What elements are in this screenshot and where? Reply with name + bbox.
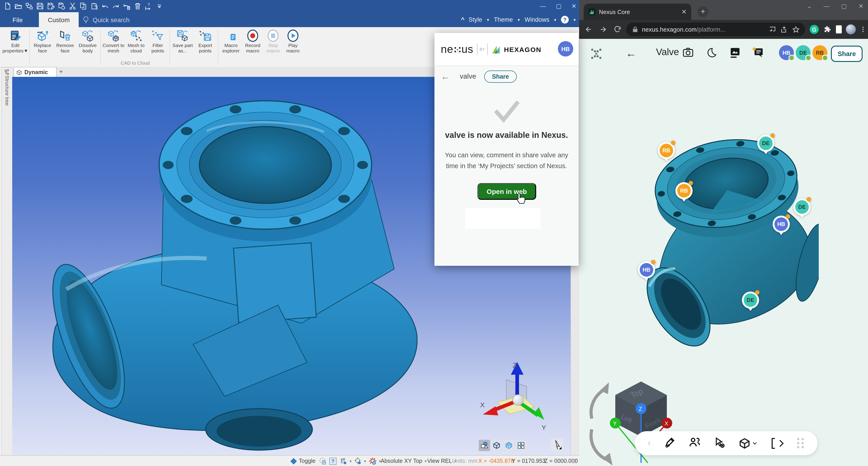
address-bar[interactable]: nexus.hexagon.com/platform... [626,23,805,36]
new-tab-button[interactable]: + [698,6,708,17]
browser-tab[interactable]: Nexus Core ✕ [584,4,691,20]
save-part-icon[interactable] [58,2,66,10]
open-in-web-button[interactable]: Open in web [477,183,536,200]
browser-close-button[interactable]: ✕ [859,3,864,9]
svg-text:Y: Y [541,424,546,431]
browser-reload-icon[interactable] [614,25,622,33]
wireframe-view-button[interactable] [503,440,515,451]
ribbon-button-edit-properties[interactable]: Edit properties▼ [3,27,28,60]
query-tooltip-icon[interactable]: ? [329,456,337,466]
save-icon[interactable] [36,2,44,10]
prev-chevron-icon[interactable]: ‹ [648,438,651,448]
measure-query-icon[interactable]: ? [145,2,152,10]
pointer-follow-icon[interactable] [714,436,725,450]
selection-tree-icon[interactable]: ▼ [340,456,352,466]
cube-icon [16,69,22,75]
draw-icon[interactable] [664,436,675,450]
cad-statusbar: Toggle ? ▼ ▼ ▼ Absolute XY Top▼ View REL… [0,455,579,466]
model-views-icon[interactable] [739,437,758,449]
new-document-icon[interactable] [4,2,11,10]
comment-pin-rb[interactable]: RB [658,142,675,162]
expand-panel-icon[interactable] [771,438,784,448]
ribbon-button-play-macro[interactable]: Play macro [283,27,303,60]
comment-pin-hb[interactable]: HB [773,216,790,236]
tab-custom[interactable]: Custom [39,12,79,27]
side-panel-icon[interactable] [836,25,842,33]
nexus-web-page: ← Valve HBDERB Share [579,39,868,466]
comment-pin-de[interactable]: DE [742,291,759,311]
axis-triad: Z X Y [480,361,546,431]
four-views-button[interactable] [515,440,527,451]
ribbon-collapse-chevron[interactable]: ^ [461,16,465,23]
ribbon-button-dissolve-body[interactable]: Dissolve body [76,27,99,60]
toggle-control[interactable]: Toggle [290,456,315,466]
quick-search[interactable]: Quick search [83,12,129,27]
nexus-logo: ne us BY HEXAGON [441,43,541,56]
menu-theme[interactable]: Theme [494,16,513,23]
extensions-puzzle-icon[interactable] [823,25,831,33]
snap-target-icon[interactable]: ▼ [354,456,367,466]
render-style-button[interactable] [479,440,490,451]
comment-pin-de[interactable]: DE [757,135,774,155]
browser-forward-icon[interactable] [599,25,607,33]
share-page-icon[interactable] [780,26,788,33]
ribbon-button-convert-to-mesh[interactable]: Convert to mesh [102,27,125,60]
browser-minimize-button[interactable]: — [824,3,830,9]
ribbon-button-save-part-as[interactable]: Save part as... [171,27,194,60]
browser-menu-icon[interactable] [860,26,867,33]
grammarly-extension-icon[interactable]: G [810,25,819,34]
collaborators-icon[interactable] [688,436,701,450]
cad-maximize-button[interactable]: ▢ [556,3,562,9]
success-check-icon [492,99,521,123]
undo-history-icon[interactable] [123,2,131,10]
drag-handle-icon[interactable] [797,438,804,448]
tab-dynamic[interactable]: Dynamic [13,67,57,77]
ribbon-group-label: CAD to Cloud [102,60,168,67]
ribbon-button-mesh-to-cloud[interactable]: Mesh to cloud [125,27,147,60]
copy-icon[interactable] [80,2,87,10]
ribbon-button-filter-points[interactable]: Filter points [147,27,168,60]
panel-share-button[interactable]: Share [484,70,517,83]
tab-search-icon[interactable]: ⌄ [807,3,812,9]
ribbon-button-record-macro[interactable]: Record macro [242,27,263,60]
install-app-icon[interactable] [769,26,776,33]
bookmark-star-icon[interactable] [792,26,800,33]
ribbon-button-remove-face[interactable]: Remove face [54,27,76,60]
ribbon-button-export-points[interactable]: Export points [194,27,217,60]
menu-style[interactable]: Style [469,16,482,23]
comment-pin-hb[interactable]: HB [638,261,655,281]
save-as-icon[interactable] [47,2,55,10]
projection-selector[interactable]: Absolute XY Top▼ [381,456,427,466]
paste-icon[interactable] [90,2,98,10]
tab-close-icon[interactable]: ✕ [682,8,687,15]
profile-avatar[interactable] [846,24,856,34]
comment-pin-de[interactable]: DE [794,198,811,218]
cad-close-button[interactable]: ✕ [571,3,577,9]
section-note-icon[interactable] [319,456,327,466]
browser-back-icon[interactable] [585,25,593,33]
resize-grip[interactable] [572,459,577,463]
open-folder-icon[interactable] [14,2,22,10]
cut-icon[interactable] [69,2,76,10]
solid-view-button[interactable] [491,440,502,451]
redo-icon[interactable] [112,2,120,10]
tab-file[interactable]: File [4,12,31,27]
browser-maximize-button[interactable]: ▢ [841,3,847,9]
help-button[interactable]: ? [561,16,569,24]
add-document-tab[interactable]: + [57,68,66,76]
undo-icon[interactable] [101,2,109,10]
user-avatar[interactable]: HB [558,41,573,57]
nexus-share-panel: ne us BY HEXAGON HB ← valve Share valve … [434,33,579,266]
cad-minimize-button[interactable]: — [540,3,546,9]
delete-icon[interactable] [134,2,142,10]
structure-tree-tab[interactable]: Structure tree [1,67,13,456]
menu-windows[interactable]: Windows [525,16,550,23]
spark-check-icon[interactable]: ▼ [369,456,381,466]
more-caret-icon[interactable] [156,2,163,10]
comment-pin-rb[interactable]: RB [675,182,692,202]
import-model-icon[interactable] [25,2,33,10]
select-cursor-button[interactable] [551,438,563,451]
back-arrow-icon[interactable]: ← [441,71,450,82]
ribbon-button-macro-explorer[interactable]: Macro explorer [220,27,242,60]
ribbon-button-replace-face[interactable]: Replace face [31,27,54,60]
